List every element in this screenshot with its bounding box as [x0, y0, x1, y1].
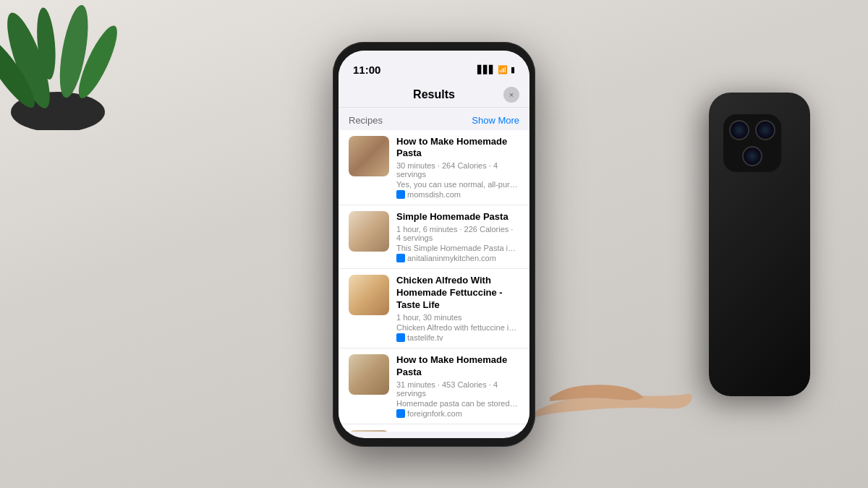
recipe-info-2: Simple Homemade Pasta 1 hour, 6 minutes …	[396, 211, 519, 262]
recipes-label: Recipes	[349, 115, 383, 126]
camera-module	[723, 114, 781, 172]
close-icon: ×	[509, 90, 514, 99]
recipe-info-1: How to Make Homemade Pasta 30 minutes · …	[396, 136, 519, 200]
recipes-list: How to Make Homemade Pasta 30 minutes · …	[339, 130, 529, 432]
recipe-thumbnail-5	[349, 430, 389, 432]
recipe-title-2: Simple Homemade Pasta	[396, 211, 519, 223]
main-phone: 11:00 ▋▋▋ 📶 ▮ Results × Recipes Show Mor…	[333, 42, 535, 447]
plant-decoration	[0, 0, 145, 130]
close-button[interactable]: ×	[503, 87, 519, 103]
results-header: Results ×	[339, 82, 529, 108]
recipe-source-1: momsdish.com	[396, 190, 519, 199]
recipe-title-4: How to Make Homemade Pasta	[396, 354, 519, 379]
camera-lens-1	[729, 120, 749, 140]
recipe-meta-4: 31 minutes · 453 Calories · 4 servings	[396, 380, 519, 398]
signal-icon: ▋▋▋	[477, 65, 495, 74]
recipe-info-3: Chicken Alfredo With Homemade Fettuccine…	[396, 275, 519, 342]
recipe-thumbnail-3	[349, 275, 389, 315]
battery-icon: ▮	[511, 65, 515, 74]
recipe-source-3: tastelife.tv	[396, 333, 519, 342]
second-phone	[709, 93, 810, 396]
status-time: 11:00	[353, 64, 380, 76]
recipe-desc-3: Chicken Alfredo with fettuccine is a cla…	[396, 323, 519, 332]
recipe-title-1: How to Make Homemade Pasta	[396, 136, 519, 160]
source-icon-4	[396, 409, 405, 418]
source-name-2: anitalianinmykitchen.com	[407, 254, 496, 262]
source-icon-2	[396, 254, 405, 262]
recipe-thumbnail-4	[349, 354, 389, 395]
show-more-button[interactable]: Show More	[472, 115, 519, 126]
recipe-title-5: Al Dente Homemade Pasta Recipe with Kitc…	[396, 430, 519, 432]
source-name-1: momsdish.com	[407, 190, 461, 199]
status-bar: 11:00 ▋▋▋ 📶 ▮	[339, 51, 529, 82]
recipe-thumbnail-2	[349, 211, 389, 252]
wifi-icon: 📶	[498, 65, 508, 74]
recipe-thumbnail-1	[349, 136, 389, 176]
recipe-source-4: foreignfork.com	[396, 409, 519, 418]
recipe-desc-2: This Simple Homemade Pasta is made witho…	[396, 244, 519, 252]
source-icon-3	[396, 333, 405, 342]
recipe-meta-2: 1 hour, 6 minutes · 226 Calories · 4 ser…	[396, 225, 519, 242]
recipe-desc-4: Homemade pasta can be stored in the refr…	[396, 399, 519, 408]
recipe-desc-1: Yes, you can use normal, all-purpose flo…	[396, 180, 519, 189]
recipes-section-header: Recipes Show More	[339, 108, 529, 130]
recipe-item-2[interactable]: Simple Homemade Pasta 1 hour, 6 minutes …	[339, 205, 529, 269]
source-name-4: foreignfork.com	[407, 409, 462, 418]
recipe-title-3: Chicken Alfredo With Homemade Fettuccine…	[396, 275, 519, 312]
camera-lens-3	[742, 146, 762, 166]
recipe-item-3[interactable]: Chicken Alfredo With Homemade Fettuccine…	[339, 269, 529, 348]
results-title: Results	[413, 88, 455, 101]
camera-lens-2	[755, 120, 775, 140]
recipe-meta-3: 1 hour, 30 minutes	[396, 313, 519, 322]
source-icon-1	[396, 190, 405, 199]
recipe-meta-1: 30 minutes · 264 Calories · 4 servings	[396, 161, 519, 179]
recipe-source-2: anitalianinmykitchen.com	[396, 254, 519, 262]
recipe-item-1[interactable]: How to Make Homemade Pasta 30 minutes · …	[339, 130, 529, 206]
recipe-info-4: How to Make Homemade Pasta 31 minutes · …	[396, 354, 519, 418]
source-name-3: tastelife.tv	[407, 333, 443, 342]
recipe-info-5: Al Dente Homemade Pasta Recipe with Kitc…	[396, 430, 519, 432]
phone-screen: 11:00 ▋▋▋ 📶 ▮ Results × Recipes Show Mor…	[339, 51, 529, 438]
status-icons: ▋▋▋ 📶 ▮	[477, 65, 515, 74]
recipe-item-4[interactable]: How to Make Homemade Pasta 31 minutes · …	[339, 348, 529, 424]
recipe-item-5[interactable]: Al Dente Homemade Pasta Recipe with Kitc…	[339, 424, 529, 432]
scroll-content[interactable]: Recipes Show More How to Make Homemade P…	[339, 108, 529, 432]
